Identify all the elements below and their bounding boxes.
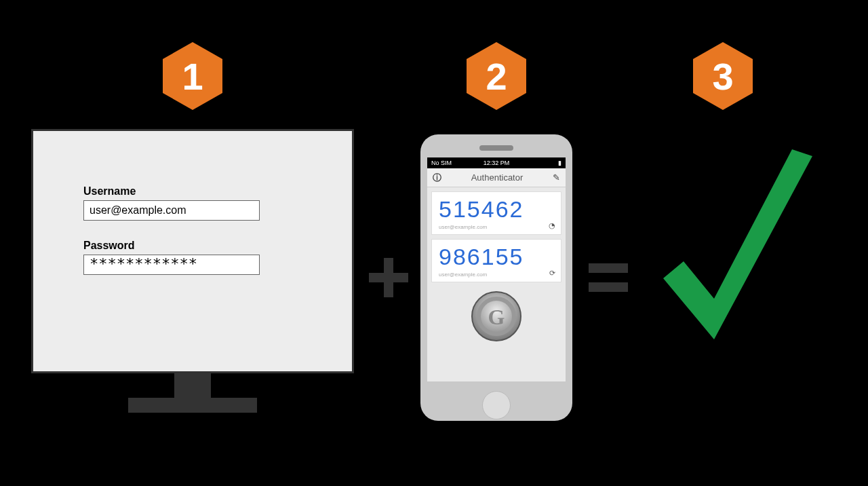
checkmark-icon (650, 136, 826, 367)
phone-screen: No SIM 12:32 PM ▮ ⓘ Authenticator ✎ 5154… (427, 157, 566, 381)
timer-icon: ◔ (549, 221, 555, 230)
step-number: 3 (712, 54, 733, 98)
app-toolbar: ⓘ Authenticator ✎ (427, 168, 566, 187)
password-input[interactable]: ************ (83, 255, 260, 275)
monitor-stand-neck (174, 373, 211, 398)
step-badge-3: 3 (693, 42, 753, 110)
equals-icon (589, 263, 628, 292)
info-icon[interactable]: ⓘ (433, 172, 441, 184)
phone-speaker (479, 145, 513, 151)
phone-device: No SIM 12:32 PM ▮ ⓘ Authenticator ✎ 5154… (420, 134, 572, 421)
monitor-stand-base (128, 398, 257, 413)
password-label: Password (83, 240, 311, 252)
edit-icon[interactable]: ✎ (553, 172, 560, 183)
step-number: 2 (486, 54, 507, 98)
status-time: 12:32 PM (427, 160, 566, 166)
svg-rect-9 (589, 282, 628, 292)
svg-rect-4 (384, 258, 393, 297)
phone-home-button[interactable] (482, 391, 511, 419)
login-form: Username user@example.com Password *****… (33, 131, 352, 275)
step-badge-2: 2 (467, 42, 526, 110)
otp-account: user@example.com (439, 224, 554, 230)
otp-code: 515462 (439, 196, 554, 223)
otp-code: 986155 (439, 244, 554, 270)
authenticator-logo: G (471, 291, 522, 342)
plus-icon (369, 258, 408, 297)
otp-card[interactable]: 515462 user@example.com ◔ (431, 191, 561, 235)
app-title: Authenticator (441, 172, 553, 183)
step-number: 1 (182, 54, 203, 98)
username-label: Username (83, 185, 311, 198)
phone-status-bar: No SIM 12:32 PM ▮ (427, 157, 566, 168)
step-badge-1: 1 (163, 42, 222, 110)
username-input[interactable]: user@example.com (83, 200, 260, 221)
svg-text:G: G (488, 305, 505, 329)
otp-account: user@example.com (439, 272, 554, 278)
refresh-icon: ⟳ (549, 269, 555, 278)
otp-card[interactable]: 986155 user@example.com ⟳ (431, 239, 561, 282)
desktop-monitor: Username user@example.com Password *****… (31, 129, 354, 413)
svg-rect-8 (589, 263, 628, 273)
monitor-screen: Username user@example.com Password *****… (31, 129, 354, 373)
